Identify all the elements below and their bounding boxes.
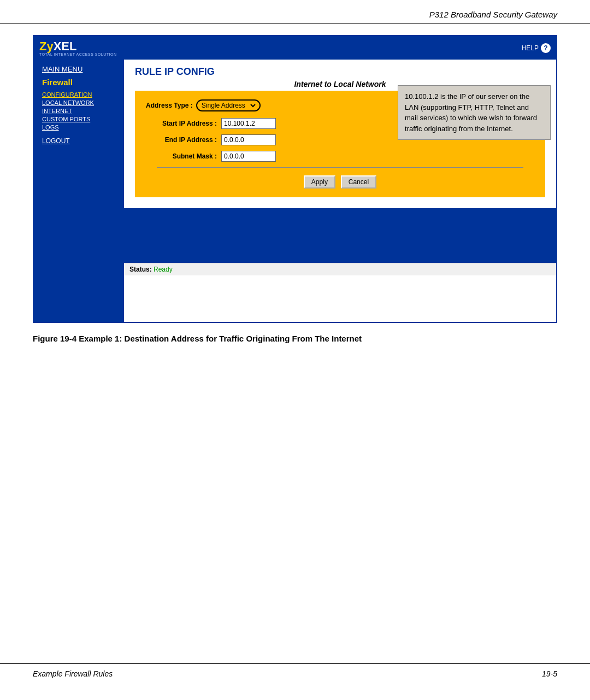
sidebar-nav: CONFIGURATION LOCAL NETWORK INTERNET CUS… — [42, 91, 119, 131]
form-buttons: Apply Cancel — [146, 175, 534, 189]
sidebar-item-custom-ports[interactable]: CUSTOM PORTS — [42, 116, 119, 122]
sidebar-logout[interactable]: LOGOUT — [42, 137, 119, 145]
sidebar-item-internet[interactable]: INTERNET — [42, 108, 119, 114]
start-ip-label: Start IP Address : — [146, 120, 217, 127]
sidebar-item-logs[interactable]: LOGS — [42, 124, 119, 131]
zyxel-logo: ZyXEL Total Internet Access Solution — [39, 39, 117, 56]
figure-caption-text: Figure 19-4 Example 1: Destination Addre… — [33, 334, 362, 343]
subnet-mask-input[interactable] — [221, 151, 276, 162]
status-value: Ready — [154, 266, 173, 273]
address-type-select[interactable]: Single Address Range Address Subnet Addr… — [199, 101, 257, 110]
sidebar-main-menu[interactable]: MAIN MENU — [42, 65, 119, 73]
apply-button[interactable]: Apply — [304, 175, 335, 189]
sidebar: MAIN MENU Firewall CONFIGURATION LOCAL N… — [34, 60, 124, 322]
status-label: Status: — [129, 266, 152, 273]
figure-caption: Figure 19-4 Example 1: Destination Addre… — [33, 334, 557, 343]
header-title: P312 Broadband Security Gateway — [429, 10, 557, 19]
browser-window: ZyXEL Total Internet Access Solution HEL… — [33, 35, 557, 323]
end-ip-row: End IP Address : — [146, 134, 534, 145]
logo-sub: Total Internet Access Solution — [39, 52, 117, 56]
start-ip-row: Start IP Address : — [146, 118, 534, 129]
sidebar-item-configuration[interactable]: CONFIGURATION — [42, 91, 119, 98]
logo-zy: Zy — [39, 39, 54, 53]
sidebar-firewall: Firewall — [42, 78, 119, 87]
end-ip-label: End IP Address : — [146, 136, 217, 144]
subnet-mask-row: Subnet Mask : — [146, 151, 534, 162]
logo-xel: XEL — [54, 39, 77, 53]
page-header: P312 Broadband Security Gateway — [0, 0, 590, 24]
tooltip-box: 10.100.1.2 is the IP of our server on th… — [398, 85, 551, 140]
help-button[interactable]: HELP ? — [522, 43, 551, 53]
help-icon: ? — [541, 43, 551, 53]
cancel-button[interactable]: Cancel — [341, 175, 376, 189]
sidebar-item-local-network[interactable]: LOCAL NETWORK — [42, 99, 119, 106]
footer-right: 19-5 — [542, 669, 557, 678]
logo-main: ZyXEL — [39, 39, 117, 54]
subnet-mask-label: Subnet Mask : — [146, 152, 217, 160]
blue-filler — [124, 208, 556, 263]
address-type-row: Address Type : Single Address Range Addr… — [146, 99, 534, 111]
form-area: Address Type : Single Address Range Addr… — [135, 91, 545, 197]
help-label: HELP — [522, 44, 539, 52]
main-content: RULE IP CONFIG Internet to Local Network… — [124, 60, 556, 322]
page-footer: Example Firewall Rules 19-5 — [0, 663, 590, 684]
address-type-select-wrapper[interactable]: Single Address Range Address Subnet Addr… — [196, 99, 261, 111]
form-divider — [157, 167, 523, 168]
end-ip-input[interactable] — [221, 134, 276, 145]
page-title: RULE IP CONFIG — [135, 66, 545, 78]
browser-body: MAIN MENU Firewall CONFIGURATION LOCAL N… — [34, 60, 556, 322]
footer-left: Example Firewall Rules — [33, 669, 113, 678]
address-type-label: Address Type : — [146, 102, 193, 109]
browser-top-bar: ZyXEL Total Internet Access Solution HEL… — [34, 36, 556, 60]
start-ip-input[interactable] — [221, 118, 276, 129]
status-bar: Status: Ready — [124, 263, 556, 275]
